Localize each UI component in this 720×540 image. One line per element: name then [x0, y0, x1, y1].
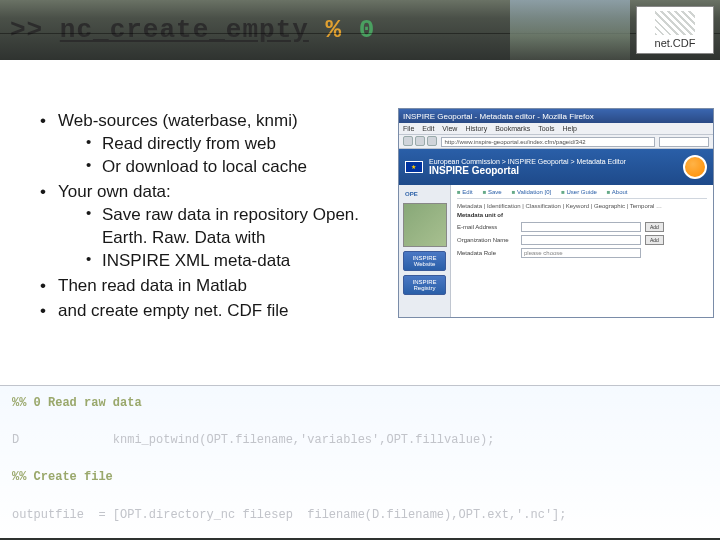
sidebar-map-icon [403, 203, 447, 247]
tb-edit[interactable]: Edit [457, 189, 473, 195]
search-field[interactable] [659, 137, 709, 147]
code-h1: %% 0 Read raw data [12, 396, 142, 410]
editor-breadcrumb: Metadata | Identification | Classificati… [457, 203, 707, 209]
sub-save-raw: Save raw data in repository Open. Earth.… [86, 204, 380, 250]
prompt-symbol: >> [10, 15, 43, 45]
url-field[interactable]: http://www.inspire-geoportal.eu/index.cf… [441, 137, 655, 147]
tb-save[interactable]: Save [483, 189, 502, 195]
bullet-create-netcdf: and create empty net. CDF file [40, 300, 380, 323]
tb-validation[interactable]: Validation [0] [512, 189, 552, 195]
matlab-code-block: %% 0 Read raw data D knmi_potwind(OPT.fi… [0, 385, 720, 540]
command-text: nc_create_empty [60, 15, 309, 45]
row-email: E-mail Address Add [457, 222, 707, 232]
browser-titlebar: INSPIRE Geoportal - Metadata editor - Mo… [399, 109, 713, 123]
select-role[interactable]: please choose [521, 248, 641, 258]
bullet-own-data: Your own data: Save raw data in reposito… [40, 181, 380, 273]
menu-edit[interactable]: Edit [422, 125, 434, 132]
menu-help[interactable]: Help [563, 125, 577, 132]
header-bridge-photo [510, 0, 630, 60]
label-role: Metadata Role [457, 250, 517, 256]
back-icon[interactable] [403, 136, 413, 146]
bullet-web-sources: Web-sources (waterbase, knmi) Read direc… [40, 110, 380, 179]
label-email: E-mail Address [457, 224, 517, 230]
code-h2: %% Create file [12, 470, 113, 484]
menu-file[interactable]: File [403, 125, 414, 132]
nav-icons [403, 136, 437, 148]
bullet-read-matlab: Then read data in Matlab [40, 275, 380, 298]
btn-add-org[interactable]: Add [645, 235, 664, 245]
browser-sidebar: OPE INSPIRE Website INSPIRE Registry [399, 185, 451, 317]
label-org: Organization Name [457, 237, 517, 243]
browser-screenshot: INSPIRE Geoportal - Metadata editor - Mo… [398, 108, 714, 318]
slide-header: >> nc_create_empty % 0 net.CDF [0, 0, 720, 60]
reload-icon[interactable] [427, 136, 437, 146]
input-org[interactable] [521, 235, 641, 245]
inspire-orange-icon [683, 155, 707, 179]
sidebar-header: OPE [403, 189, 446, 199]
editor-toolbar: Edit Save Validation [0] User Guide Abou… [457, 189, 707, 199]
logo-text: net.CDF [655, 37, 696, 49]
browser-body: OPE INSPIRE Website INSPIRE Registry Edi… [399, 185, 713, 317]
sub-inspire-xml: INSPIRE XML meta-data [86, 250, 380, 273]
banner-text: European Commission > INSPIRE Geoportal … [429, 158, 626, 177]
percent-symbol: % [325, 15, 342, 45]
row-role: Metadata Role please choose [457, 248, 707, 258]
browser-addressbar: http://www.inspire-geoportal.eu/index.cf… [399, 135, 713, 149]
sub-download-cache: Or download to local cache [86, 156, 380, 179]
tb-userguide[interactable]: User Guide [561, 189, 597, 195]
section-header: Metadata unit of [457, 212, 707, 218]
btn-add-email[interactable]: Add [645, 222, 664, 232]
bullet-list: Web-sources (waterbase, knmi) Read direc… [40, 110, 380, 322]
row-org: Organization Name Add [457, 235, 707, 245]
netcdf-logo: net.CDF [636, 6, 714, 54]
menu-view[interactable]: View [442, 125, 457, 132]
banner-title: INSPIRE Geoportal [429, 165, 626, 176]
inspire-banner: European Commission > INSPIRE Geoportal … [399, 149, 713, 185]
browser-main: Edit Save Validation [0] User Guide Abou… [451, 185, 713, 317]
sub-read-web: Read directly from web [86, 133, 380, 156]
bullet-text: Your own data: [58, 182, 171, 201]
menu-bookmarks[interactable]: Bookmarks [495, 125, 530, 132]
tb-about[interactable]: About [607, 189, 628, 195]
menu-history[interactable]: History [465, 125, 487, 132]
forward-icon[interactable] [415, 136, 425, 146]
step-number: 0 [359, 15, 376, 45]
eu-flag-icon [405, 161, 423, 173]
browser-menubar: File Edit View History Bookmarks Tools H… [399, 123, 713, 135]
sidebar-btn-website[interactable]: INSPIRE Website [403, 251, 446, 271]
input-email[interactable] [521, 222, 641, 232]
code-l1: D knmi_potwind(OPT.filename,'variables',… [12, 433, 494, 447]
bullet-text: Web-sources (waterbase, knmi) [58, 111, 298, 130]
banner-breadcrumb: European Commission > INSPIRE Geoportal … [429, 158, 626, 166]
slide-title: >> nc_create_empty % 0 [10, 15, 375, 45]
menu-tools[interactable]: Tools [538, 125, 554, 132]
code-l2: outputfile = [OPT.directory_nc filesep f… [12, 508, 567, 522]
sidebar-btn-registry[interactable]: INSPIRE Registry [403, 275, 446, 295]
